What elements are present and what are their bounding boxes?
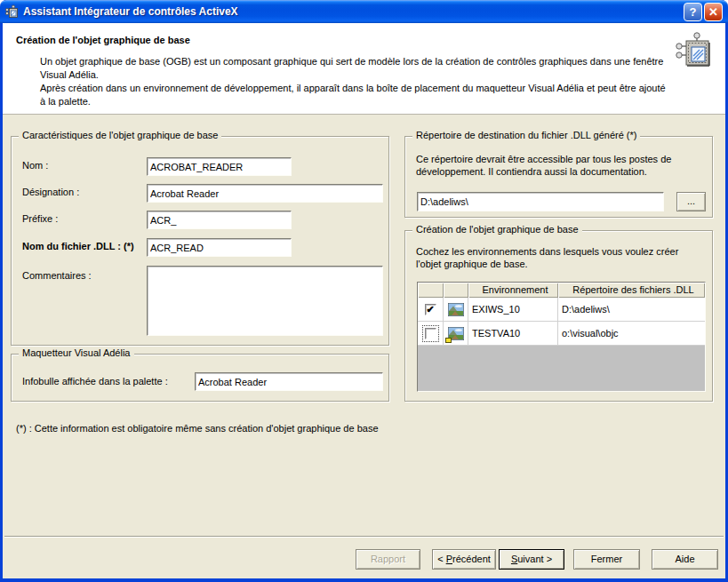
table-row[interactable]: ✔ EXIWS_10	[418, 298, 705, 322]
graphic-object-icon	[674, 30, 715, 71]
page-description: Un objet graphique de base (OGB) est un …	[40, 55, 669, 108]
next-button[interactable]: Suivant >	[499, 549, 564, 570]
header-directory-column: Répertoire des fichiers .DLL	[558, 283, 705, 298]
environment-checkbox[interactable]	[425, 328, 436, 339]
destination-description: Ce répertoire devrait être accessible pa…	[416, 153, 696, 178]
titlebar: Assistant Intégrateur de contrôles Activ…	[0, 0, 728, 23]
report-button: Rapport	[356, 549, 420, 570]
wizard-header: Création de l'objet graphique de base Un…	[3, 23, 725, 115]
tooltip-label: Infobulle affichée dans la palette :	[22, 376, 168, 387]
mandatory-footnote: (*) : Cette information est obligatoire …	[16, 423, 379, 434]
page-description-line1: Un objet graphique de base (OGB) est un …	[40, 55, 669, 82]
group-maquetteur-legend: Maquetteur Visual Adélia	[19, 347, 134, 358]
name-label: Nom :	[22, 160, 48, 171]
browse-button[interactable]: ...	[676, 192, 706, 211]
environment-image-icon	[448, 303, 464, 316]
environment-name-cell: TESTVA10	[468, 322, 558, 346]
dll-name-field[interactable]	[147, 238, 292, 257]
previous-button[interactable]: < Précédent	[432, 549, 496, 570]
environment-table-header: Environnement Répertoire des fichiers .D…	[418, 283, 705, 298]
previous-button-accel: P	[446, 554, 452, 564]
previous-button-pre: <	[437, 554, 445, 564]
table-row[interactable]: TESTVA10 o:\visual\objc	[418, 322, 705, 346]
environment-image-icon	[448, 327, 464, 340]
close-button[interactable]: Fermer	[573, 549, 640, 570]
designation-label: Désignation :	[22, 187, 79, 197]
environment-table: Environnement Répertoire des fichiers .D…	[417, 282, 706, 392]
prefix-label: Préfixe :	[22, 213, 58, 224]
environment-checkbox[interactable]: ✔	[425, 304, 436, 315]
name-field[interactable]	[147, 157, 292, 176]
group-maquetteur: Maquetteur Visual Adélia Infobulle affic…	[11, 354, 389, 402]
page-title: Création de l'objet graphique de base	[16, 35, 190, 45]
environment-name-cell: EXIWS_10	[468, 298, 558, 322]
group-characteristics-legend: Caractéristiques de l'objet graphique de…	[19, 130, 221, 140]
header-environment-column: Environnement	[468, 283, 558, 298]
header-icon-column	[444, 283, 468, 298]
group-creation-legend: Création de l'objet graphique de base	[412, 224, 582, 235]
group-destination-legend: Répertoire de destination du fichier .DL…	[412, 130, 640, 140]
window-title: Assistant Intégrateur de contrôles Activ…	[23, 5, 238, 18]
help-icon[interactable]: ?	[684, 3, 702, 21]
tooltip-field[interactable]	[195, 372, 383, 391]
dialog-window: Assistant Intégrateur de contrôles Activ…	[0, 0, 728, 582]
group-characteristics: Caractéristiques de l'objet graphique de…	[11, 136, 389, 346]
pending-marker-icon	[445, 338, 452, 343]
dialog-content: Création de l'objet graphique de base Un…	[3, 23, 725, 578]
prefix-field[interactable]	[147, 211, 292, 229]
dll-name-label: Nom du fichier .DLL : (*)	[22, 241, 134, 251]
help-button[interactable]: Aide	[652, 549, 718, 570]
table-empty-area	[418, 346, 705, 391]
comments-field[interactable]	[147, 266, 383, 336]
previous-button-post: récédent	[452, 554, 491, 564]
environment-directory-cell: o:\visual\objc	[558, 322, 705, 346]
window-icon	[4, 4, 19, 19]
next-button-post: uivant >	[517, 554, 552, 564]
button-separator	[4, 536, 724, 538]
creation-description: Cochez les environnements dans lesquels …	[416, 245, 702, 270]
group-destination: Répertoire de destination du fichier .DL…	[404, 136, 713, 218]
comments-label: Commentaires :	[22, 270, 92, 281]
close-icon[interactable]: ✕	[704, 3, 723, 21]
group-creation: Création de l'objet graphique de base Co…	[404, 230, 713, 402]
page-description-line2: Après création dans un environnement de …	[40, 82, 669, 108]
header-checkbox-column	[418, 283, 444, 298]
designation-field[interactable]	[147, 184, 383, 203]
destination-path-field[interactable]	[417, 192, 664, 211]
environment-directory-cell: D:\adeliws\	[558, 298, 705, 322]
